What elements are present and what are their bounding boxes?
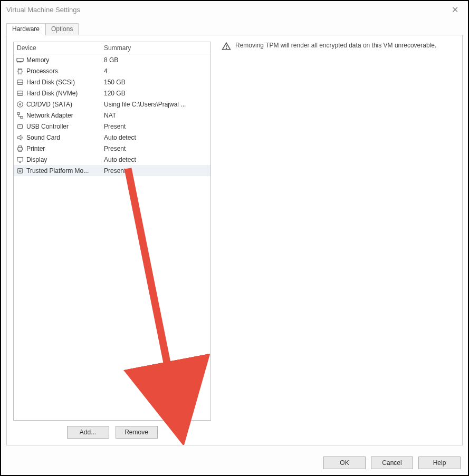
memory-icon bbox=[16, 56, 24, 64]
device-name: Display bbox=[26, 156, 47, 163]
svg-rect-15 bbox=[18, 168, 23, 173]
device-name: Memory bbox=[26, 56, 49, 64]
usb-icon bbox=[16, 122, 24, 131]
device-name: Trusted Platform Mo... bbox=[26, 167, 89, 174]
device-list-header: Device Summary bbox=[14, 42, 210, 54]
disc-icon bbox=[16, 100, 24, 109]
device-summary: 120 GB bbox=[101, 90, 210, 97]
device-name: CD/DVD (SATA) bbox=[26, 101, 72, 108]
hdd-icon bbox=[16, 78, 24, 86]
device-name: USB Controller bbox=[26, 123, 69, 130]
device-name: Sound Card bbox=[26, 134, 60, 141]
titlebar: Virtual Machine Settings ✕ bbox=[1, 1, 468, 18]
svg-point-7 bbox=[20, 103, 21, 105]
printer-icon bbox=[16, 144, 24, 153]
device-summary: Using file C:\Users\Prajwal ... bbox=[101, 101, 210, 108]
svg-point-16 bbox=[19, 170, 21, 172]
device-row[interactable]: Memory8 GB bbox=[14, 54, 210, 65]
hardware-panel: Device Summary Memory8 GBProcessors4Hard… bbox=[6, 35, 463, 445]
tab-strip: Hardware Options bbox=[1, 18, 468, 35]
device-summary: Present bbox=[101, 167, 210, 174]
tpm-icon bbox=[16, 167, 24, 175]
device-summary: 8 GB bbox=[101, 56, 210, 64]
window-title: Virtual Machine Settings bbox=[6, 6, 80, 14]
svg-point-18 bbox=[226, 48, 226, 48]
svg-rect-13 bbox=[18, 150, 21, 151]
device-row[interactable]: USB ControllerPresent bbox=[14, 121, 210, 132]
device-row[interactable]: Hard Disk (NVMe)120 GB bbox=[14, 88, 210, 99]
header-device[interactable]: Device bbox=[14, 42, 101, 54]
device-name: Hard Disk (SCSI) bbox=[26, 79, 75, 86]
device-name: Printer bbox=[26, 145, 45, 152]
hdd-icon bbox=[16, 89, 24, 98]
svg-rect-0 bbox=[17, 58, 23, 61]
network-icon bbox=[16, 111, 24, 120]
device-summary: NAT bbox=[101, 112, 210, 119]
tpm-warning: Removing TPM will render all encrypted d… bbox=[222, 42, 456, 51]
device-row[interactable]: Trusted Platform Mo...Present bbox=[14, 165, 210, 176]
device-row[interactable]: Network AdapterNAT bbox=[14, 110, 210, 121]
device-list[interactable]: Device Summary Memory8 GBProcessors4Hard… bbox=[13, 42, 211, 421]
svg-rect-4 bbox=[17, 91, 23, 95]
dialog-footer: OK Cancel Help bbox=[1, 451, 468, 475]
svg-rect-11 bbox=[18, 148, 23, 150]
svg-point-6 bbox=[17, 101, 23, 107]
device-row[interactable]: DisplayAuto detect bbox=[14, 154, 210, 165]
svg-rect-2 bbox=[17, 80, 23, 84]
warning-text: Removing TPM will render all encrypted d… bbox=[235, 42, 436, 49]
tab-hardware[interactable]: Hardware bbox=[6, 23, 45, 35]
header-summary[interactable]: Summary bbox=[101, 42, 210, 54]
device-summary: 4 bbox=[101, 67, 210, 75]
device-summary: Present bbox=[101, 123, 210, 130]
svg-rect-8 bbox=[17, 112, 20, 114]
device-name: Network Adapter bbox=[26, 112, 73, 119]
device-row[interactable]: Sound CardAuto detect bbox=[14, 132, 210, 143]
remove-button[interactable]: Remove bbox=[116, 426, 158, 439]
device-row[interactable]: PrinterPresent bbox=[14, 143, 210, 154]
device-name: Processors bbox=[26, 67, 58, 75]
detail-column: Removing TPM will render all encrypted d… bbox=[222, 42, 456, 439]
device-row[interactable]: Processors4 bbox=[14, 65, 210, 76]
display-icon bbox=[16, 156, 24, 164]
cancel-button[interactable]: Cancel bbox=[371, 456, 413, 469]
device-column: Device Summary Memory8 GBProcessors4Hard… bbox=[13, 42, 211, 439]
help-button[interactable]: Help bbox=[418, 456, 461, 469]
device-summary: Auto detect bbox=[101, 134, 210, 141]
ok-button[interactable]: OK bbox=[323, 456, 366, 469]
svg-rect-1 bbox=[18, 69, 22, 73]
device-summary: 150 GB bbox=[101, 79, 210, 86]
device-summary: Present bbox=[101, 145, 210, 152]
sound-icon bbox=[16, 133, 24, 142]
svg-rect-14 bbox=[17, 157, 23, 161]
svg-rect-12 bbox=[18, 145, 21, 148]
device-row[interactable]: CD/DVD (SATA)Using file C:\Users\Prajwal… bbox=[14, 99, 210, 110]
svg-rect-10 bbox=[18, 124, 23, 128]
settings-window: Virtual Machine Settings ✕ Hardware Opti… bbox=[0, 0, 469, 476]
device-name: Hard Disk (NVMe) bbox=[26, 90, 78, 97]
cpu-icon bbox=[16, 67, 24, 75]
add-button[interactable]: Add... bbox=[67, 426, 109, 439]
device-buttons: Add... Remove bbox=[13, 421, 211, 439]
device-row[interactable]: Hard Disk (SCSI)150 GB bbox=[14, 76, 210, 88]
close-icon[interactable]: ✕ bbox=[447, 5, 463, 15]
device-summary: Auto detect bbox=[101, 156, 210, 163]
warning-icon bbox=[222, 42, 231, 51]
tab-options[interactable]: Options bbox=[45, 23, 79, 35]
